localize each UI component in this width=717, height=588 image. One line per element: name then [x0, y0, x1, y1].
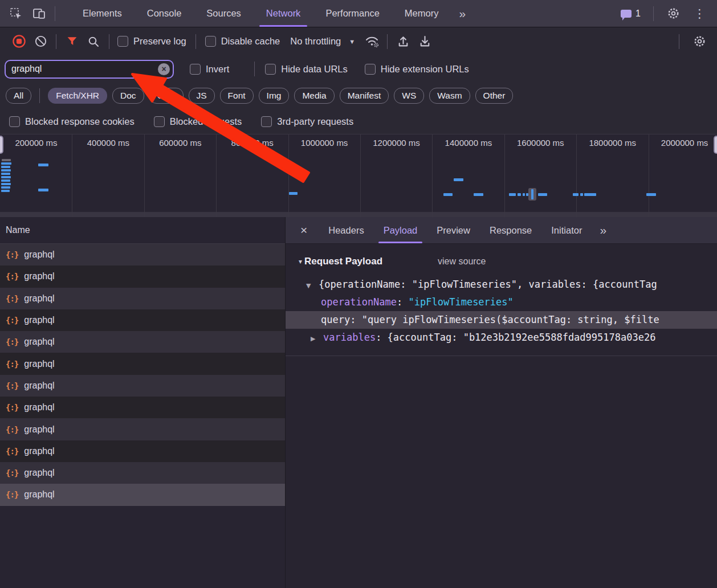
filter-chip-font[interactable]: Font: [220, 88, 254, 104]
request-row[interactable]: {:}graphql: [0, 266, 285, 287]
waterfall-bar[interactable]: [580, 193, 583, 196]
waterfall-bar[interactable]: [1, 186, 10, 189]
disable-cache-checkbox[interactable]: Disable cache: [205, 36, 280, 47]
view-source-link[interactable]: view source: [438, 256, 486, 267]
checkbox[interactable]: [190, 64, 201, 75]
filter-chip-media[interactable]: Media: [294, 88, 334, 104]
waterfall-bar[interactable]: [1, 183, 11, 185]
payload-line[interactable]: query: "query ipFlowTimeseries($accountT…: [286, 311, 717, 329]
filter-chip-other[interactable]: Other: [475, 88, 514, 104]
waterfall-bar[interactable]: [474, 193, 483, 196]
console-messages-button[interactable]: 1: [616, 9, 645, 19]
network-filter-input[interactable]: [5, 60, 174, 79]
import-har-icon[interactable]: [392, 31, 414, 52]
waterfall-bar[interactable]: [538, 193, 547, 196]
waterfall-bar[interactable]: [1, 173, 10, 175]
waterfall-bar[interactable]: [289, 192, 298, 195]
expanded-arrow-icon[interactable]: ▼: [306, 277, 315, 295]
detail-tab-initiator[interactable]: Initiator: [541, 217, 592, 243]
filter-chip-doc[interactable]: Doc: [112, 88, 144, 104]
filter-chip-css[interactable]: CSS: [149, 88, 184, 104]
request-row[interactable]: {:}graphql: [0, 440, 285, 462]
waterfall-bar[interactable]: [584, 193, 596, 196]
waterfall-bar[interactable]: [1, 169, 11, 172]
throttling-dropdown[interactable]: No throttling ▼: [290, 36, 355, 47]
payload-line[interactable]: ▼{operationName: "ipFlowTimeseries", var…: [286, 276, 717, 293]
clear-filter-icon[interactable]: ×: [158, 63, 170, 75]
detail-tab-response[interactable]: Response: [480, 217, 541, 243]
tab-console[interactable]: Console: [135, 0, 194, 27]
waterfall-bar[interactable]: [1, 190, 10, 192]
tab-elements[interactable]: Elements: [70, 0, 135, 27]
collapsed-arrow-icon[interactable]: ▶: [311, 330, 320, 348]
section-collapse-icon[interactable]: ▾: [299, 258, 302, 266]
request-row[interactable]: {:}graphql: [0, 331, 285, 353]
waterfall-bar[interactable]: [454, 178, 463, 181]
kebab-menu-icon[interactable]: ⋮: [688, 7, 711, 21]
inspect-element-icon[interactable]: [5, 2, 27, 25]
filter-funnel-icon[interactable]: [61, 31, 83, 52]
request-row[interactable]: {:}graphql: [0, 244, 285, 266]
filter-chip-js[interactable]: JS: [189, 88, 215, 104]
filter-chip-wasm[interactable]: Wasm: [429, 88, 470, 104]
request-row[interactable]: {:}graphql: [0, 397, 285, 418]
waterfall-bar[interactable]: [1, 166, 10, 168]
waterfall-bar[interactable]: [509, 193, 516, 196]
network-conditions-icon[interactable]: [361, 31, 382, 52]
checkbox[interactable]: [365, 64, 376, 75]
waterfall-bar[interactable]: [523, 193, 525, 196]
network-settings-gear-icon[interactable]: [689, 31, 710, 52]
request-row[interactable]: {:}graphql: [0, 462, 285, 484]
selected-request-marker[interactable]: [528, 188, 536, 201]
detail-tab-preview[interactable]: Preview: [427, 217, 480, 243]
request-row[interactable]: {:}graphql: [0, 484, 285, 505]
search-icon[interactable]: [83, 31, 104, 52]
checkbox[interactable]: [205, 36, 216, 47]
detail-tab-headers[interactable]: Headers: [319, 217, 373, 243]
waterfall-bar[interactable]: [518, 193, 521, 196]
checkbox[interactable]: [154, 116, 165, 127]
filter-chip-img[interactable]: Img: [259, 88, 290, 104]
tab-memory[interactable]: Memory: [392, 0, 451, 27]
waterfall-bar[interactable]: [1, 176, 11, 178]
preserve-log-checkbox[interactable]: Preserve log: [117, 36, 186, 47]
device-toolbar-icon[interactable]: [27, 2, 50, 25]
filter-chip-ws[interactable]: WS: [394, 88, 424, 104]
checkbox[interactable]: [117, 36, 128, 47]
checkbox[interactable]: [261, 116, 272, 127]
blocked-requests-checkbox[interactable]: Blocked requests: [154, 116, 242, 127]
waterfall-bar[interactable]: [1, 162, 11, 165]
tab-network[interactable]: Network: [254, 0, 313, 27]
close-icon[interactable]: ×: [294, 217, 314, 243]
request-row[interactable]: {:}graphql: [0, 418, 285, 440]
hide-extension-urls-checkbox[interactable]: Hide extension URLs: [365, 64, 469, 75]
3rd-party-requests-checkbox[interactable]: 3rd-party requests: [261, 116, 353, 127]
filter-chip-all[interactable]: All: [6, 88, 31, 104]
waterfall-bar[interactable]: [1, 179, 10, 182]
name-column-header[interactable]: Name: [0, 217, 285, 244]
waterfall-bar[interactable]: [38, 189, 48, 191]
payload-line[interactable]: operationName: "ipFlowTimeseries": [286, 293, 717, 311]
more-detail-tabs-icon[interactable]: »: [592, 217, 614, 243]
request-row[interactable]: {:}graphql: [0, 288, 285, 309]
waterfall-bar[interactable]: [38, 164, 48, 166]
tab-sources[interactable]: Sources: [194, 0, 254, 27]
waterfall-bar[interactable]: [646, 193, 656, 196]
tab-performance[interactable]: Performance: [313, 0, 392, 27]
export-har-icon[interactable]: [414, 31, 435, 52]
checkbox[interactable]: [9, 116, 20, 127]
payload-line[interactable]: ▶variables: {accountTag: "b12e3b2192ee55…: [286, 329, 717, 346]
request-row[interactable]: {:}graphql: [0, 309, 285, 331]
filter-chip-manifest[interactable]: Manifest: [340, 88, 389, 104]
hide-data-urls-checkbox[interactable]: Hide data URLs: [265, 64, 347, 75]
request-row[interactable]: {:}graphql: [0, 375, 285, 397]
waterfall-bar[interactable]: [443, 193, 453, 196]
waterfall-bar[interactable]: [573, 193, 579, 196]
more-tabs-icon[interactable]: »: [451, 7, 473, 21]
network-overview-timeline[interactable]: 200000 ms400000 ms600000 ms800000 ms1000…: [0, 134, 717, 218]
detail-tab-payload[interactable]: Payload: [374, 217, 427, 243]
clear-network-log-icon[interactable]: [30, 31, 51, 52]
waterfall-bar[interactable]: [2, 159, 11, 161]
record-network-log-icon[interactable]: [8, 31, 30, 52]
filter-chip-fetch-xhr[interactable]: Fetch/XHR: [48, 88, 107, 104]
